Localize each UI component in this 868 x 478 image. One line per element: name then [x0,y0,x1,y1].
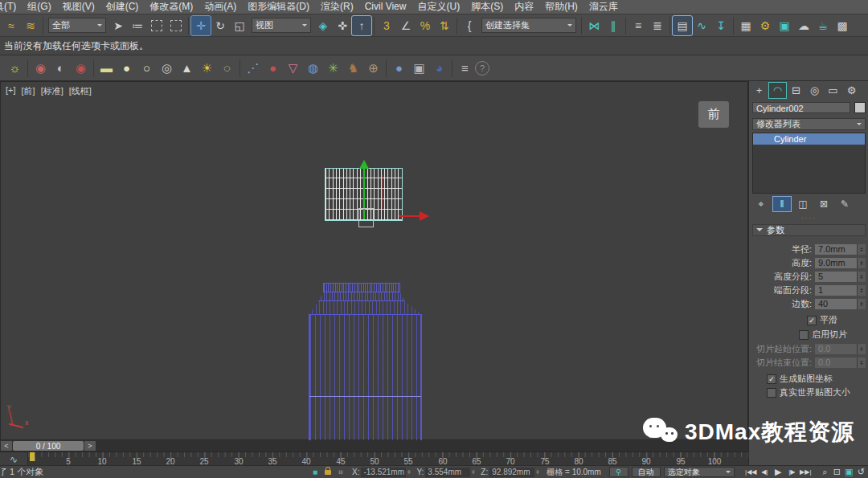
menu-scripting[interactable]: 脚本(S) [465,0,509,14]
orbit-icon[interactable]: ↺ [855,467,867,477]
make-unique-button[interactable]: ◫ [794,197,812,211]
select-and-rotate-icon[interactable]: ↻ [211,16,230,35]
bottle-body-wireframe[interactable] [309,314,422,441]
select-and-scale-icon[interactable]: ◱ [230,16,249,35]
menu-customize[interactable]: 自定义(U) [411,0,465,14]
horse-icon[interactable]: ♞ [343,58,363,78]
x-coord-field[interactable]: -13.521mm [361,468,406,477]
red-sphere-icon[interactable]: ● [263,58,283,78]
height-segments-spinner[interactable] [857,272,866,282]
blue-sphere-icon[interactable]: ● [389,58,409,78]
menu-create[interactable]: 创建(C) [100,0,145,14]
gen-mapping-checkbox[interactable]: ✓ [767,374,776,384]
viewport-menu-pov[interactable]: [+] [6,85,16,97]
set-key-button[interactable]: ⚲ [609,467,628,477]
edit-named-sets-icon[interactable]: { [460,16,479,35]
scene-explorer-icon[interactable]: ≣ [648,16,667,35]
height-spinner[interactable] [857,258,866,268]
globe-icon[interactable]: ◍ [303,58,323,78]
material-editor-icon[interactable]: ▦ [736,16,755,35]
angle-snap-icon[interactable]: ∠ [396,16,416,35]
foliage-icon[interactable]: ✳ [323,58,343,78]
geosphere-icon[interactable]: ◎ [157,58,177,78]
sides-spinner[interactable] [857,299,866,309]
camera-b-icon[interactable]: ◐ [51,58,71,78]
radius-spinner[interactable] [857,244,866,255]
key-filter-dropdown[interactable]: 选定对象 [664,467,735,477]
snap-toggle-3d-icon[interactable]: 3 [377,16,396,35]
y-coord-field[interactable]: 3.554mm [425,468,470,477]
tab-modify-icon[interactable]: ◠ [769,83,786,98]
zoom-extents-icon[interactable]: ▣ [843,467,855,477]
cone-icon[interactable]: ▲ [177,58,197,78]
camera-c-icon[interactable]: ◉ [71,58,91,78]
tab-motion-icon[interactable]: ◎ [806,83,823,98]
mirror-icon[interactable]: ⋈ [584,16,604,35]
rain-icon[interactable]: ⋰ [243,58,263,78]
tab-create-icon[interactable]: + [751,83,768,98]
slice-on-checkbox[interactable] [799,330,809,340]
select-and-move-icon[interactable]: ✛ [191,16,211,35]
torus-icon[interactable]: ◌ [217,58,237,78]
menu-content[interactable]: 内容 [509,0,539,14]
lock-selection-icon[interactable] [321,467,334,477]
object-name-field[interactable]: Cylinder002 [752,102,850,113]
curve-editor-icon[interactable]: ∿ [692,16,711,35]
sphere-icon[interactable]: ○ [137,58,157,78]
sphere-net-icon[interactable]: ⊕ [363,58,383,78]
tab-hierarchy-icon[interactable]: ⊟ [788,83,805,98]
spinner-snap-icon[interactable]: ⇅ [435,16,454,35]
menu-group[interactable]: 组(G) [22,0,56,14]
next-frame-button[interactable]: |▶ [785,467,799,477]
percent-snap-icon[interactable]: % [416,16,435,35]
select-and-manipulate-icon[interactable]: ✜ [333,16,352,35]
absolute-mode-icon[interactable]: ⌗ [334,467,347,477]
light-lister-icon[interactable]: ☼ [5,58,25,78]
viewport-menu-shading-wireframe[interactable]: [线框] [69,85,92,97]
play-button[interactable]: ▶ [772,467,785,477]
blob-icon[interactable]: ● [117,58,137,78]
sun-icon[interactable]: ☀ [197,58,217,78]
select-object-icon[interactable]: ➤ [108,16,128,35]
app-store-icon[interactable]: ▩ [833,16,852,35]
z-coord-field[interactable]: 92.892mm [489,468,534,477]
rect-selection-region-icon[interactable] [147,16,166,35]
window-crossing-icon[interactable] [166,16,186,35]
menu-tools[interactable]: 工具(T) [0,0,22,14]
menu-views[interactable]: 视图(V) [57,0,100,14]
time-slider[interactable]: < 0 / 100 > [0,440,748,451]
time-slider-handle[interactable]: 0 / 100 [13,441,84,451]
height-field[interactable]: 9.0mm [815,258,857,268]
current-frame-marker[interactable] [30,452,35,461]
keyboard-override-icon[interactable]: ↑ [352,16,371,35]
viewcube[interactable]: 前 [698,101,729,128]
bottle-neck-wireframe[interactable] [323,283,400,292]
select-and-link-icon[interactable]: ≈ [2,16,21,35]
menu-animation[interactable]: 动画(A) [199,0,242,14]
flask-icon[interactable]: ▽ [283,58,303,78]
help-icon[interactable]: ? [475,61,489,76]
configure-modifier-sets-button[interactable]: ✎ [836,197,854,211]
previous-frame-button[interactable]: ◀| [758,467,772,477]
cap-segments-spinner[interactable] [857,285,866,296]
prev-frame-button[interactable]: < [1,441,12,451]
isolate-selection-icon[interactable]: ■ [309,467,321,477]
bind-to-space-warp-icon[interactable]: ≋ [21,16,40,35]
pin-stack-button[interactable]: ⌖ [752,197,770,211]
stack-item-cylinder[interactable]: Cylinder [753,133,865,145]
render-in-cloud-icon[interactable]: ☁ [794,16,813,35]
remove-modifier-button[interactable]: ⊠ [815,197,833,211]
lock-window-icon[interactable]: ▣ [409,58,429,78]
reference-coordinate-dropdown[interactable]: 视图 [252,18,311,33]
zoom-icon[interactable]: ⌕ [819,467,831,477]
bottle-collar-wireframe[interactable] [318,292,405,301]
toggle-ribbon-icon[interactable]: ▤ [673,16,692,35]
parameters-rollout-header[interactable]: 参数 [752,224,866,236]
modifier-list-dropdown[interactable]: 修改器列表 [752,118,866,130]
next-frame-button[interactable]: > [84,441,96,451]
dark-sphere-icon[interactable]: ◕ [429,58,449,78]
gizmo-x-axis[interactable] [399,215,421,217]
height-segments-field[interactable]: 5 [815,272,857,282]
selection-filter-dropdown[interactable]: 全部 [48,18,106,33]
sides-field[interactable]: 40 [815,299,857,309]
